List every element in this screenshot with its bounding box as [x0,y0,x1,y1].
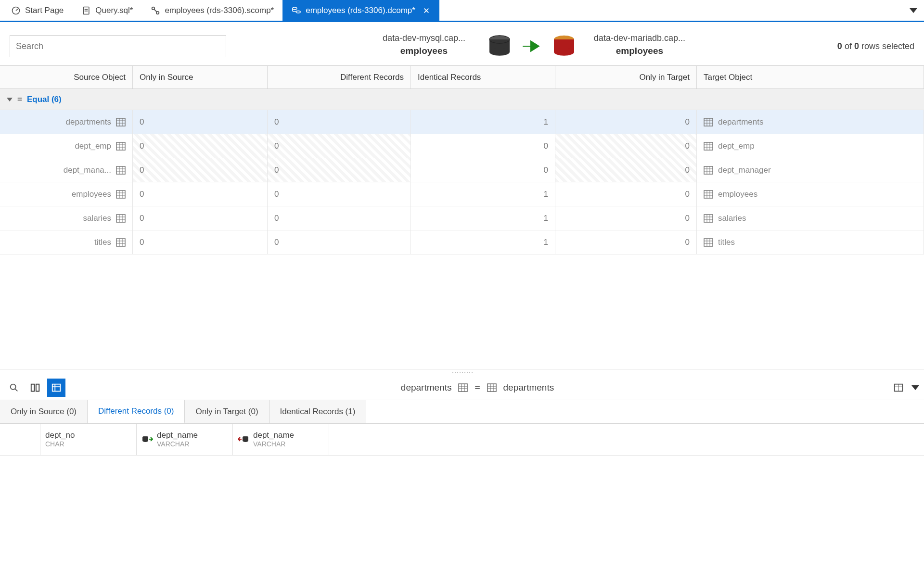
gauge-icon [11,5,21,16]
col-header-only-in-target[interactable]: Only in Target [555,66,697,89]
tab-label: Query.sql* [95,6,133,15]
target-object-name: dept_emp [718,141,755,151]
table-row[interactable]: employees0010employees [0,182,924,206]
table-icon [116,166,126,175]
tab-label: employees (rds-3306).dcomp* [306,6,415,15]
chevron-down-icon [910,8,917,13]
column-header[interactable]: dept_nameVARCHAR [137,424,233,455]
col-header-source-object[interactable]: Source Object [19,66,133,89]
table-icon [116,142,126,151]
column-header[interactable]: dept_nameVARCHAR [233,424,329,455]
identical-count: 1 [411,230,555,254]
table-row[interactable]: dept_mana...0000dept_manager [0,158,924,182]
group-equal[interactable]: = Equal (6) [0,89,924,110]
svg-point-100 [243,439,248,442]
col-header-target-object[interactable]: Target Object [697,66,924,89]
svg-rect-45 [116,190,125,198]
only-in-source-count: 0 [133,206,268,230]
svg-rect-20 [704,118,713,126]
compare-header: data-dev-mysql.cap... employees data-dev… [0,22,924,65]
table-icon [116,238,126,247]
svg-rect-82 [459,384,467,392]
details-view-icon[interactable] [47,379,65,397]
comparison-grid: Source Object Only in Source Different R… [0,65,924,369]
target-object-name: dept_manager [718,165,771,175]
different-count: 0 [268,206,411,230]
table-row[interactable]: dept_emp0000dept_emp [0,134,924,158]
horizontal-splitter[interactable] [0,369,924,376]
columns-view-icon[interactable] [26,379,44,397]
tab-query-sql[interactable]: Query.sql* [72,0,141,21]
svg-point-10 [489,48,510,56]
filter-tab[interactable]: Only in Target (0) [185,400,269,423]
different-count: 0 [268,134,411,158]
col-header-only-in-source[interactable]: Only in Source [133,66,268,89]
details-columns: dept_noCHARdept_nameVARCHARdept_nameVARC… [0,424,924,456]
arrow-right-icon [522,39,542,53]
col-header-identical-records[interactable]: Identical Records [411,66,555,89]
search-input[interactable] [10,35,226,57]
grid-header: Source Object Only in Source Different R… [0,66,924,89]
only-in-target-count: 0 [555,134,697,158]
only-in-target-count: 0 [555,182,697,206]
filter-tab[interactable]: Only in Source (0) [0,400,88,423]
only-in-target-count: 0 [555,110,697,134]
column-header[interactable]: dept_noCHAR [40,424,137,455]
source-arrow-icon [141,434,153,445]
column-type: VARCHAR [157,440,198,448]
only-in-target-count: 0 [555,230,697,254]
identical-count: 1 [411,110,555,134]
search-icon[interactable] [5,379,23,397]
tab-dcomp[interactable]: employees (rds-3306).dcomp* [282,0,439,21]
table-icon [116,190,126,199]
svg-rect-79 [52,384,61,392]
tab-start-page[interactable]: Start Page [2,0,72,21]
svg-rect-60 [704,215,713,222]
details-left-name: departments [401,382,452,393]
schema-compare-icon [150,5,161,16]
table-row[interactable]: salaries0010salaries [0,206,924,230]
target-object-name: titles [718,238,735,247]
target-arrow-icon [238,434,249,445]
target-database: data-dev-mariadb.cap... employees [551,33,695,60]
chevron-down-icon [911,385,919,390]
source-object-name: employees [72,190,111,199]
tab-scomp[interactable]: employees (rds-3306).scomp* [141,0,282,21]
close-icon[interactable] [422,6,431,15]
database-icon [551,33,578,60]
svg-rect-70 [704,239,713,246]
col-header-different-records[interactable]: Different Records [268,66,411,89]
source-object-name: salaries [83,214,111,223]
only-in-source-count: 0 [133,134,268,158]
svg-rect-65 [116,239,125,246]
tabs-overflow[interactable] [910,8,922,13]
table-icon [704,238,713,247]
only-in-target-count: 0 [555,206,697,230]
table-icon [704,118,713,127]
dropdown-button[interactable] [911,385,919,390]
selection-status: 0 of 0 rows selected [837,41,914,51]
target-object-name: salaries [718,214,746,223]
svg-point-6 [293,7,297,10]
only-in-source-count: 0 [133,230,268,254]
svg-rect-15 [116,118,125,126]
column-name: dept_no [45,431,75,440]
table-row[interactable]: titles0010titles [0,230,924,254]
only-in-source-count: 0 [133,110,268,134]
source-object-name: departments [66,117,112,127]
table-icon [487,383,497,392]
svg-line-76 [15,389,18,392]
only-in-source-count: 0 [133,182,268,206]
table-icon [116,214,126,223]
filter-tab[interactable]: Identical Records (1) [270,400,367,423]
table-row[interactable]: departments0010departments [0,110,924,134]
filter-tabs: Only in Source (0)Different Records (0)O… [0,400,924,424]
grid-icon[interactable] [889,379,908,397]
table-icon [458,383,468,392]
table-icon [704,166,713,175]
filter-tab[interactable]: Different Records (0) [88,400,185,423]
column-type: CHAR [45,440,75,448]
table-icon [116,118,126,127]
table-icon [704,190,713,199]
svg-rect-50 [704,190,713,198]
